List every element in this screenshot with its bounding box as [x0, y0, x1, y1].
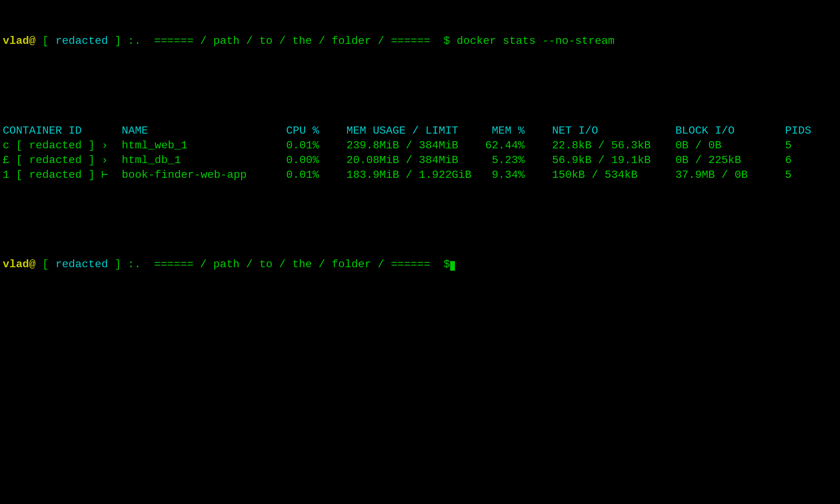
prompt-dollar-2: $: [430, 258, 450, 271]
header-net-io: NET I/O: [552, 123, 675, 138]
header-name: NAME: [122, 123, 286, 138]
prompt-bracket-close-1: ]: [108, 35, 128, 47]
header-cpu: CPU %: [286, 123, 346, 138]
row2-cpu: 0.00%: [286, 153, 346, 168]
prompt-dollar-1: $: [430, 35, 450, 47]
row3-name: book-finder-web-app: [122, 168, 286, 182]
row3-net-io: 150kB / 534kB: [552, 168, 675, 182]
table-wrapper: CONTAINER ID NAME CPU % MEM USAGE / LIMI…: [3, 94, 837, 212]
terminal-window: vlad@ [ redacted ] :. ====== / path / to…: [0, 3, 840, 288]
prompt-path-2: :. ====== / path / to / the / folder / =…: [128, 258, 430, 271]
command-text: docker stats --no-stream: [450, 35, 615, 47]
row2-mem-pct: 5.23%: [485, 153, 552, 168]
prompt-bracket-open-1: [: [36, 35, 55, 47]
row1-net-io: 22.8kB / 56.3kB: [552, 138, 675, 153]
table-row: £ [ redacted ] › html_db_1 0.00% 20.08Mi…: [3, 153, 811, 168]
prompt-path-1: :. ====== / path / to / the / folder / =…: [128, 35, 430, 47]
prompt-user-2: vlad@: [3, 258, 36, 271]
row2-name: html_db_1: [122, 153, 286, 168]
header-container-id: CONTAINER ID: [3, 123, 122, 138]
table-header: CONTAINER ID NAME CPU % MEM USAGE / LIMI…: [3, 123, 811, 138]
prompt-redacted-2: redacted: [55, 258, 108, 271]
prompt2-bracket-close: ]: [108, 258, 128, 271]
header-pids: PIDS: [785, 123, 811, 138]
row1-container-id: c [ redacted ] ›: [3, 138, 122, 153]
row1-block-io: 0B / 0B: [675, 138, 785, 153]
row1-cpu: 0.01%: [286, 138, 346, 153]
command-line-2: vlad@ [ redacted ] :. ====== / path / to…: [3, 257, 837, 272]
row1-name: html_web_1: [122, 138, 286, 153]
row3-block-io: 37.9MB / 0B: [675, 168, 785, 182]
row2-container-id: £ [ redacted ] ›: [3, 153, 122, 168]
row1-mem-usage: 239.8MiB / 384MiB: [346, 138, 485, 153]
row1-pids: 5: [785, 138, 811, 153]
table-row: c [ redacted ] › html_web_1 0.01% 239.8M…: [3, 138, 811, 153]
row3-pids: 5: [785, 168, 811, 182]
prompt2-bracket-open: [: [36, 258, 55, 271]
header-mem-pct: MEM %: [485, 123, 552, 138]
row1-mem-pct: 62.44%: [485, 138, 552, 153]
header-block-io: BLOCK I/O: [675, 123, 785, 138]
cursor-blink: [450, 261, 455, 271]
command-line-1: vlad@ [ redacted ] :. ====== / path / to…: [3, 34, 837, 48]
row3-container-id: 1 [ redacted ] ⊢: [3, 168, 122, 182]
docker-stats-table: CONTAINER ID NAME CPU % MEM USAGE / LIMI…: [3, 123, 811, 183]
table-body: c [ redacted ] › html_web_1 0.01% 239.8M…: [3, 138, 811, 183]
prompt-redacted-1: redacted: [55, 35, 108, 47]
row3-mem-pct: 9.34%: [485, 168, 552, 182]
row3-cpu: 0.01%: [286, 168, 346, 182]
table-row: 1 [ redacted ] ⊢ book-finder-web-app 0.0…: [3, 168, 811, 182]
row2-mem-usage: 20.08MiB / 384MiB: [346, 153, 485, 168]
header-mem-usage: MEM USAGE / LIMIT: [346, 123, 485, 138]
prompt-user-1: vlad@: [3, 35, 36, 47]
row3-mem-usage: 183.9MiB / 1.922GiB: [346, 168, 485, 182]
row2-pids: 6: [785, 153, 811, 168]
row2-net-io: 56.9kB / 19.1kB: [552, 153, 675, 168]
row2-block-io: 0B / 225kB: [675, 153, 785, 168]
